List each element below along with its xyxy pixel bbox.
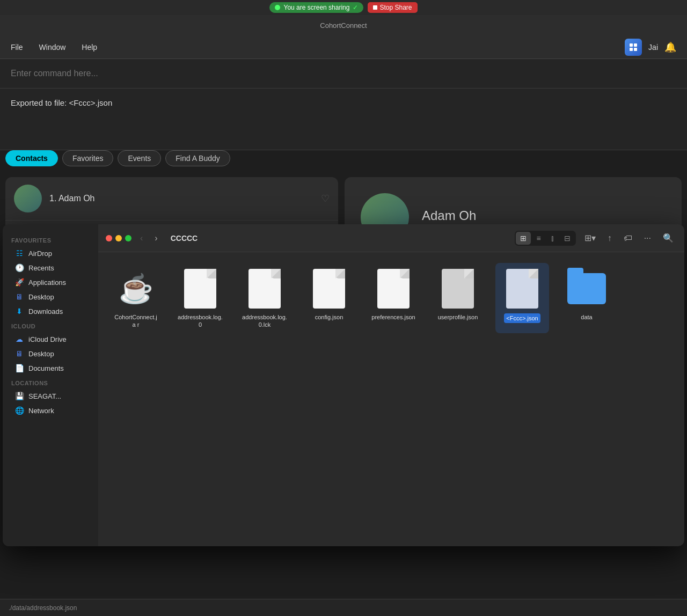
file-addressbook-log0lck[interactable]: addressbook.log. 0.lck (238, 263, 291, 333)
doc-file-icon-prefs (374, 267, 413, 310)
doc-icon-shape-prefs (377, 269, 410, 309)
file-preferences-json[interactable]: preferences.json (367, 263, 420, 333)
view-modes: ⊞ ≡ ⫿ ⊟ (515, 231, 575, 246)
heart-icon[interactable]: ♡ (321, 193, 330, 204)
app-logo (625, 39, 642, 56)
tab-find-buddy[interactable]: Find A Buddy (165, 150, 230, 166)
doc-file-icon-fccc (503, 267, 542, 310)
sidebar-item-documents[interactable]: 📄 Documents (6, 361, 95, 375)
sidebar-item-airdrop[interactable]: ☷ AirDrop (6, 246, 95, 260)
sidebar-item-seagate[interactable]: 💾 SEAGAT... (6, 389, 95, 403)
finder-toolbar: ‹ › CCCCC ⊞ ≡ ⫿ ⊟ ⊞▾ ↑ 🏷 ··· 🔍 (98, 224, 684, 252)
folder-title: CCCCC (171, 234, 198, 243)
doc-lines-fccc (519, 279, 525, 299)
menu-window[interactable]: Window (39, 43, 66, 52)
file-config-json[interactable]: config.json (302, 263, 356, 333)
doc-icon-shape-userprofile (442, 269, 474, 309)
file-userprofile-json[interactable]: userprofile.json (431, 263, 485, 333)
menu-bar: File Window Help Jai 🔔 (0, 35, 687, 59)
tabs-bar: Contacts Favorites Events Find A Buddy (5, 150, 230, 166)
file-label-lck: addressbook.log. 0.lck (242, 313, 287, 329)
icloud-desktop-icon: 🖥 (14, 349, 24, 358)
sidebar-seagate-label: SEAGAT... (28, 392, 61, 400)
doc-icon-shape (184, 269, 216, 309)
file-label-fccc: <Fccc>.json (504, 313, 540, 323)
file-label-config: config.json (315, 313, 344, 321)
user-name: Jai (648, 43, 658, 52)
contact-avatar (14, 185, 42, 212)
menu-right: Jai 🔔 (625, 39, 676, 56)
file-label-data: data (581, 313, 592, 321)
finder-window: Favourites ☷ AirDrop 🕐 Recents 🚀 Applica… (3, 224, 684, 546)
desktop-icon: 🖥 (14, 292, 24, 301)
file-data-folder[interactable]: data (560, 263, 613, 333)
doc-file-icon-log0 (181, 267, 220, 310)
sidebar-applications-label: Applications (28, 278, 66, 287)
grid-icon (630, 43, 637, 51)
stop-share-label: Stop Share (379, 4, 412, 11)
doc-lines-prefs (390, 278, 397, 299)
sidebar-item-downloads[interactable]: ⬇ Downloads (6, 304, 95, 318)
screen-sharing-checkmark: ✓ (353, 4, 358, 11)
sidebar-item-network[interactable]: 🌐 Network (6, 404, 95, 417)
doc-icon-shape-config (313, 269, 345, 309)
file-fccc-json[interactable]: <Fccc>.json (495, 263, 549, 333)
sidebar-recents-label: Recents (28, 264, 54, 272)
sidebar-item-applications[interactable]: 🚀 Applications (6, 275, 95, 289)
more-button[interactable]: ··· (641, 231, 654, 245)
sidebar-item-desktop[interactable]: 🖥 Desktop (6, 290, 95, 304)
list-view-button[interactable]: ≡ (532, 232, 545, 245)
command-bar (0, 59, 687, 89)
doc-file-icon-userprofile (438, 267, 477, 310)
sidebar-icloud-label: iCloud (3, 319, 98, 332)
file-addressbook-log0[interactable]: addressbook.log. 0 (173, 263, 227, 333)
coffee-icon: ☕ (119, 273, 154, 305)
stop-share-button[interactable]: Stop Share (368, 2, 417, 13)
sidebar-item-icloud-drive[interactable]: ☁ iCloud Drive (6, 332, 95, 346)
contact-number: 1. Adam Oh (49, 194, 95, 203)
network-icon: 🌐 (14, 406, 24, 415)
sidebar-airdrop-label: AirDrop (28, 250, 52, 258)
file-label-log0: addressbook.log. 0 (178, 313, 223, 329)
fullscreen-button[interactable] (125, 235, 131, 241)
contact-item[interactable]: 1. Adam Oh ♡ (5, 177, 338, 221)
icon-view-button[interactable]: ⊞ (516, 232, 531, 245)
sidebar-item-icloud-desktop[interactable]: 🖥 Desktop (6, 347, 95, 361)
sidebar-item-recents[interactable]: 🕐 Recents (6, 261, 95, 275)
tag-button[interactable]: 🏷 (620, 231, 635, 245)
menu-help[interactable]: Help (82, 43, 97, 52)
close-button[interactable] (106, 235, 112, 241)
minimize-button[interactable] (115, 235, 122, 241)
forward-button[interactable]: › (151, 231, 160, 245)
downloads-icon: ⬇ (14, 307, 24, 316)
search-button[interactable]: 🔍 (660, 231, 677, 245)
screen-sharing-bar: You are screen sharing ✓ Stop Share (0, 0, 687, 15)
sidebar-locations-label: Locations (3, 376, 98, 388)
folder-icon (567, 267, 606, 310)
file-cohortconnect-jar[interactable]: ☕ CohortConnect.ja r (109, 263, 163, 333)
back-button[interactable]: ‹ (137, 231, 146, 245)
output-area: Exported to file: <Fccc>.json (0, 89, 687, 150)
file-label-prefs: preferences.json (371, 313, 415, 321)
documents-icon: 📄 (14, 364, 24, 372)
tab-events[interactable]: Events (118, 150, 161, 166)
group-button[interactable]: ⊞▾ (581, 231, 599, 245)
command-input[interactable] (11, 69, 676, 78)
menu-file[interactable]: File (11, 43, 23, 52)
tab-favorites[interactable]: Favorites (62, 150, 114, 166)
tab-contacts[interactable]: Contacts (5, 150, 58, 166)
status-bar: ./data/addressbook.json (0, 599, 687, 616)
sidebar-icloud-drive-label: iCloud Drive (28, 335, 67, 343)
gallery-view-button[interactable]: ⊟ (560, 232, 575, 245)
share-button[interactable]: ↑ (604, 231, 615, 245)
bell-icon[interactable]: 🔔 (664, 41, 676, 53)
applications-icon: 🚀 (14, 278, 24, 287)
doc-lines-config (326, 278, 332, 299)
sidebar-icloud-desktop-label: Desktop (28, 350, 54, 358)
screen-sharing-text: You are screen sharing (283, 4, 349, 11)
avatar-image (14, 185, 42, 212)
icloud-drive-icon: ☁ (14, 335, 24, 343)
stop-icon (373, 5, 377, 10)
doc-file-icon-config (310, 267, 348, 310)
column-view-button[interactable]: ⫿ (546, 232, 559, 245)
